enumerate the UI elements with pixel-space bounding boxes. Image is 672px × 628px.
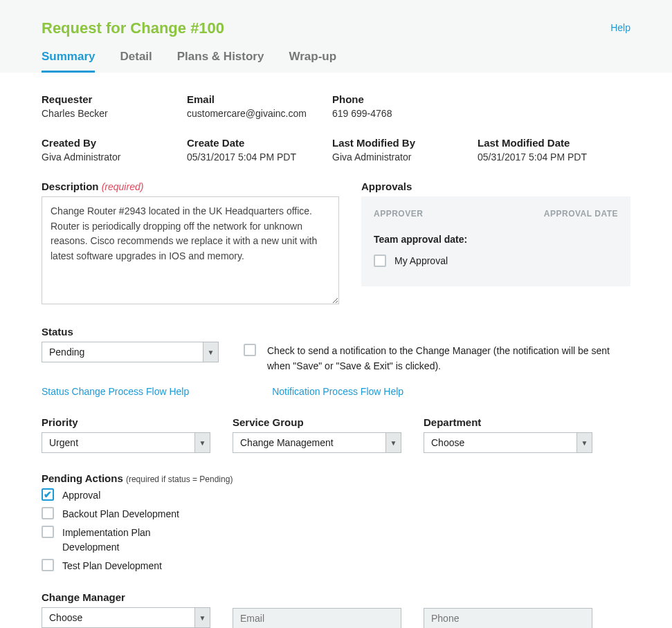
approvals-label: Approvals bbox=[361, 181, 630, 192]
description-label: Description (required) bbox=[42, 181, 339, 192]
lastmodby-label: Last Modified By bbox=[332, 137, 478, 149]
pending-approval-checkbox[interactable] bbox=[42, 488, 54, 501]
tab-detail[interactable]: Detail bbox=[120, 50, 152, 73]
requester-label: Requester bbox=[42, 93, 187, 105]
service-group-label: Service Group bbox=[233, 416, 401, 428]
lastmodby-value: Giva Administrator bbox=[332, 151, 478, 163]
department-select[interactable]: Choose ▼ bbox=[424, 432, 592, 453]
priority-select[interactable]: Urgent ▼ bbox=[42, 432, 210, 453]
createdate-value: 05/31/2017 5:04 PM PDT bbox=[187, 151, 332, 163]
help-link[interactable]: Help bbox=[610, 22, 630, 33]
notify-help-link[interactable]: Notification Process Flow Help bbox=[272, 386, 403, 397]
pending-implementation-checkbox[interactable] bbox=[42, 526, 54, 538]
description-required: (required) bbox=[102, 181, 144, 192]
approvals-panel: APPROVER APPROVAL DATE Team approval dat… bbox=[361, 196, 630, 286]
lastmoddate-value: 05/31/2017 5:04 PM PDT bbox=[478, 151, 623, 163]
status-help-link[interactable]: Status Change Process Flow Help bbox=[42, 386, 189, 397]
pending-testplan-label: Test Plan Development bbox=[62, 559, 162, 573]
status-select[interactable]: Pending ▼ bbox=[42, 342, 219, 362]
change-manager-phone-input[interactable] bbox=[424, 608, 592, 628]
email-value: customercare@givainc.com bbox=[187, 108, 332, 119]
pending-testplan-checkbox[interactable] bbox=[42, 559, 54, 571]
phone-value: 619 699-4768 bbox=[332, 108, 478, 119]
pending-backout-checkbox[interactable] bbox=[42, 507, 54, 519]
change-manager-email-input[interactable] bbox=[233, 608, 401, 628]
phone-label: Phone bbox=[332, 93, 478, 105]
priority-label: Priority bbox=[42, 416, 210, 428]
pending-actions-label: Pending Actions (required if status = Pe… bbox=[42, 472, 630, 484]
service-group-select-value: Change Management bbox=[240, 437, 334, 448]
description-label-text: Description bbox=[42, 181, 99, 192]
notify-manager-checkbox[interactable] bbox=[244, 344, 256, 356]
createdate-label: Create Date bbox=[187, 137, 332, 149]
change-manager-label: Change Manager bbox=[42, 591, 210, 603]
createdby-value: Giva Administrator bbox=[42, 151, 187, 163]
chevron-down-icon: ▼ bbox=[194, 433, 210, 452]
chevron-down-icon: ▼ bbox=[194, 608, 210, 627]
tab-wrap-up[interactable]: Wrap-up bbox=[289, 50, 336, 73]
my-approval-label: My Approval bbox=[394, 255, 448, 266]
createdby-label: Created By bbox=[42, 137, 187, 149]
page-title: Request for Change #100 bbox=[42, 19, 630, 37]
approver-col-header: APPROVER bbox=[374, 209, 423, 219]
service-group-select[interactable]: Change Management ▼ bbox=[233, 432, 401, 453]
pending-implementation-label: Implementation Plan Development bbox=[62, 526, 187, 555]
pending-actions-hint: (required if status = Pending) bbox=[126, 474, 233, 484]
priority-select-value: Urgent bbox=[49, 437, 78, 448]
status-label: Status bbox=[42, 326, 219, 338]
change-manager-select[interactable]: Choose ▼ bbox=[42, 607, 210, 628]
chevron-down-icon: ▼ bbox=[385, 433, 401, 452]
pending-actions-label-text: Pending Actions bbox=[42, 472, 123, 484]
description-input[interactable] bbox=[42, 196, 339, 304]
chevron-down-icon: ▼ bbox=[576, 433, 592, 452]
status-select-value: Pending bbox=[49, 347, 84, 358]
pending-backout-label: Backout Plan Development bbox=[62, 507, 179, 521]
approval-date-col-header: APPROVAL DATE bbox=[544, 209, 618, 219]
team-approval-date-label: Team approval date: bbox=[374, 234, 618, 245]
tab-bar: Summary Detail Plans & History Wrap-up bbox=[42, 50, 630, 73]
pending-approval-label: Approval bbox=[62, 488, 100, 503]
chevron-down-icon: ▼ bbox=[203, 342, 218, 362]
email-label: Email bbox=[187, 93, 332, 105]
my-approval-checkbox[interactable] bbox=[374, 255, 386, 267]
tab-plans-history[interactable]: Plans & History bbox=[177, 50, 264, 73]
tab-summary[interactable]: Summary bbox=[42, 50, 95, 73]
department-select-value: Choose bbox=[431, 437, 464, 448]
change-manager-select-value: Choose bbox=[49, 612, 82, 623]
lastmoddate-label: Last Modified Date bbox=[478, 137, 623, 149]
department-label: Department bbox=[424, 416, 592, 428]
notify-manager-text: Check to send a notification to the Chan… bbox=[267, 344, 630, 373]
requester-value: Charles Becker bbox=[42, 108, 187, 119]
